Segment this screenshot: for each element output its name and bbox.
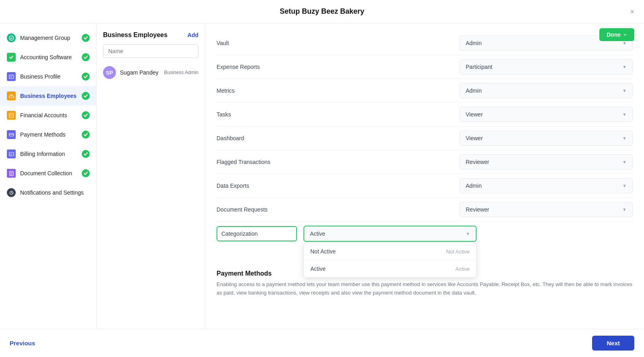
chevron-icon: ▼	[622, 207, 627, 212]
modal-title: Setup Buzy Beez Bakery	[280, 7, 364, 16]
sidebar-item-business-employees[interactable]: Business Employees	[0, 86, 96, 106]
permission-label-document-requests: Document Requests	[217, 206, 453, 213]
permission-row-document-requests: Document Requests Reviewer ▼	[217, 198, 633, 222]
accounting-software-icon	[6, 52, 16, 62]
check-badge-employees	[82, 92, 90, 100]
notifications-settings-icon	[6, 188, 16, 197]
permission-label-tasks: Tasks	[217, 111, 453, 118]
metrics-select[interactable]: Admin ▼	[460, 83, 633, 98]
permission-select-expense: Participant ▼	[460, 59, 633, 75]
check-badge-management	[82, 34, 90, 42]
tasks-select[interactable]: Viewer ▼	[460, 107, 633, 122]
sidebar-item-business-profile[interactable]: Business Profile	[0, 67, 96, 86]
dropdown-option-active[interactable]: Active Active	[304, 260, 476, 277]
permission-label-data-exports: Data Exports	[217, 183, 453, 189]
employee-name: Sugam Pandey	[120, 69, 160, 76]
permission-row-flagged: Flagged Transactions Reviewer ▼	[217, 150, 633, 174]
check-badge-profile	[82, 73, 90, 81]
permission-row-tasks: Tasks Viewer ▼	[217, 103, 633, 127]
svg-rect-3	[9, 113, 13, 118]
modal-footer: Previous Next	[0, 329, 644, 357]
dropdown-option-not-active[interactable]: Not Active Not Active	[304, 243, 476, 260]
permission-label-dashboard: Dashboard	[217, 135, 453, 141]
employee-avatar: SP	[103, 66, 116, 79]
previous-button[interactable]: Previous	[10, 340, 35, 347]
done-button[interactable]: Done	[599, 28, 634, 41]
modal-overlay: Setup Buzy Beez Bakery × Done Management…	[0, 0, 644, 357]
sidebar-item-billing-information[interactable]: Billing Information	[0, 144, 96, 164]
chevron-icon: ▼	[622, 183, 627, 188]
sidebar-item-document-collection[interactable]: Document Collection	[0, 164, 96, 183]
permission-select-dashboard: Viewer ▼	[460, 131, 633, 146]
permission-label-categorization: Categorization	[221, 230, 258, 237]
sidebar: Management Group Accounting Software	[0, 23, 97, 329]
check-badge-billing	[82, 150, 90, 158]
svg-point-0	[9, 36, 14, 40]
employee-role: Business Admin	[164, 70, 198, 75]
add-employee-link[interactable]: Add	[188, 32, 198, 38]
sidebar-item-management-group[interactable]: Management Group	[0, 28, 96, 48]
check-badge-document	[82, 169, 90, 177]
categorization-label-box: Categorization	[217, 226, 297, 241]
financial-accounts-icon	[6, 110, 16, 120]
permission-row-vault: Vault Admin ▼	[217, 31, 633, 55]
flagged-select[interactable]: Reviewer ▼	[460, 154, 633, 170]
permission-row-dashboard: Dashboard Viewer ▼	[217, 127, 633, 150]
right-panel: Vault Admin ▼ Expense Reports Participan…	[205, 23, 644, 329]
close-button[interactable]: ×	[630, 7, 634, 16]
billing-information-icon	[6, 149, 16, 159]
permission-select-document-requests: Reviewer ▼	[460, 202, 633, 217]
business-profile-icon	[6, 72, 16, 81]
chevron-icon: ▼	[622, 160, 627, 164]
data-exports-select[interactable]: Admin ▼	[460, 178, 633, 193]
svg-rect-1	[9, 75, 14, 79]
modal-body: Management Group Accounting Software	[0, 23, 644, 329]
left-panel-title: Business Employees	[103, 31, 167, 39]
chevron-icon: ▼	[622, 112, 627, 117]
chevron-icon: ▼	[622, 64, 627, 69]
content-area: Business Employees Add SP Sugam Pandey B…	[97, 23, 644, 329]
permission-label-vault: Vault	[217, 40, 453, 46]
check-badge-accounting	[82, 53, 90, 61]
dashboard-select[interactable]: Viewer ▼	[460, 131, 633, 146]
next-button[interactable]: Next	[592, 336, 634, 351]
document-collection-icon	[6, 168, 16, 178]
chevron-down-icon	[623, 33, 627, 37]
permission-select-tasks: Viewer ▼	[460, 107, 633, 122]
sidebar-item-payment-methods[interactable]: Payment Methods	[0, 125, 96, 144]
permission-row-metrics: Metrics Admin ▼	[217, 79, 633, 103]
sidebar-item-notifications-settings[interactable]: Notifications and Settings	[0, 183, 96, 202]
permission-label-expense: Expense Reports	[217, 64, 453, 70]
left-panel: Business Employees Add SP Sugam Pandey B…	[97, 23, 205, 329]
payment-methods-description: Enabling access to a payment method lets…	[217, 280, 633, 297]
permission-select-metrics: Admin ▼	[460, 83, 633, 98]
check-badge-payment	[82, 131, 90, 139]
sidebar-item-accounting-software[interactable]: Accounting Software	[0, 48, 96, 67]
chevron-icon: ▼	[622, 41, 627, 46]
permission-select-categorization: Active ▼ Not Active Not Active Active	[303, 226, 477, 242]
done-area: Done	[599, 28, 634, 41]
document-requests-select[interactable]: Reviewer ▼	[460, 202, 633, 217]
modal-header: Setup Buzy Beez Bakery ×	[0, 0, 644, 23]
employee-item[interactable]: SP Sugam Pandey Business Admin	[103, 63, 198, 82]
permission-select-data-exports: Admin ▼	[460, 178, 633, 193]
check-badge-financial	[82, 111, 90, 119]
chevron-down-icon: ▼	[466, 231, 470, 236]
categorization-select[interactable]: Active ▼	[303, 226, 477, 242]
management-group-icon	[6, 33, 16, 43]
svg-rect-2	[9, 96, 14, 98]
sidebar-item-financial-accounts[interactable]: Financial Accounts	[0, 106, 96, 125]
payment-methods-icon	[6, 130, 16, 139]
chevron-icon: ▼	[622, 136, 627, 141]
chevron-icon: ▼	[622, 88, 627, 93]
categorization-dropdown: Not Active Not Active Active Active	[303, 243, 477, 278]
employee-search-input[interactable]	[103, 44, 198, 58]
permission-row-categorization: Categorization Active ▼ Not Active Not A…	[217, 222, 633, 246]
left-panel-header: Business Employees Add	[103, 31, 198, 39]
expense-select[interactable]: Participant ▼	[460, 59, 633, 75]
permission-label-flagged: Flagged Transactions	[217, 159, 453, 165]
permission-select-flagged: Reviewer ▼	[460, 154, 633, 170]
permission-row-data-exports: Data Exports Admin ▼	[217, 174, 633, 198]
business-employees-icon	[6, 91, 16, 101]
permission-row-expense-reports: Expense Reports Participant ▼	[217, 55, 633, 79]
